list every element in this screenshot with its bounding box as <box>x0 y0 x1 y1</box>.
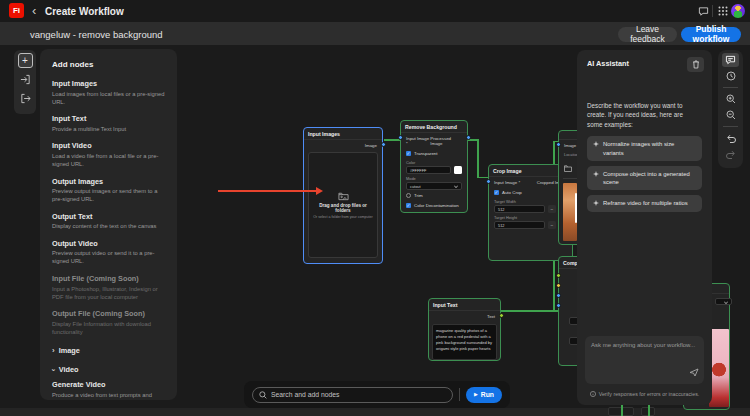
ai-assistant-title: AI Assistant <box>587 59 702 68</box>
chevron-down-icon <box>454 184 458 188</box>
connector-wire <box>477 139 479 178</box>
chevron-down-icon: › <box>50 368 56 371</box>
ai-chat-input[interactable] <box>585 336 704 384</box>
node-item-generate-video[interactable]: Generate Video Produce a video from text… <box>52 380 165 400</box>
node-item-input-video[interactable]: Input Video Load a video file from a loc… <box>52 141 165 168</box>
folder-icon <box>564 165 572 172</box>
publish-workflow-button[interactable]: Publish workflow <box>681 27 741 42</box>
file-dropzone[interactable]: Drag and drop files or folders Or select… <box>308 152 378 258</box>
send-icon[interactable] <box>689 365 699 380</box>
user-avatar[interactable] <box>731 4 745 18</box>
sparkle-icon <box>593 141 599 147</box>
transparent-checkbox[interactable]: ✓ Transparent <box>401 148 467 158</box>
prompt-textarea[interactable]: magazine quality photos of a phone on a … <box>432 324 497 360</box>
toolbar-divider <box>723 126 738 127</box>
back-chevron-icon[interactable]: ‹ <box>32 2 36 20</box>
plus-icon: + <box>22 55 28 66</box>
connector-wire <box>477 177 488 179</box>
input-port[interactable] <box>556 283 561 288</box>
ai-intro-text: Describe the workflow you want to create… <box>587 101 699 129</box>
node-item-output-file: Output File (Coming Soon) Display File I… <box>52 309 165 336</box>
canvas-toolbar <box>718 50 743 168</box>
node-item-input-text[interactable]: Input Text Provide a multiline Text Inpu… <box>52 114 165 133</box>
target-width-input[interactable]: 512 <box>494 205 545 213</box>
node-item-output-text[interactable]: Output Text Display content of the text … <box>52 212 165 231</box>
app-window: Fi ‹ Create Workflow vangeluw - remove b… <box>0 0 750 416</box>
folder-upload-icon <box>338 191 349 201</box>
bottom-bar: ▶ Run <box>244 381 510 408</box>
search-input[interactable] <box>271 391 446 398</box>
run-button[interactable]: ▶ Run <box>466 387 502 403</box>
search-icon <box>259 391 267 399</box>
section-image[interactable]: › Image <box>52 346 165 355</box>
node-item-input-file: Input File (Coming Soon) Input a Photosh… <box>52 274 165 301</box>
node-item-input-images[interactable]: Input Images Load images from local file… <box>52 79 165 106</box>
decrement-button[interactable]: − <box>548 221 556 229</box>
checkbox-checked-icon: ✓ <box>406 151 411 156</box>
color-input[interactable]: #FFFFFF <box>406 166 451 174</box>
top-app-bar: Fi ‹ Create Workflow <box>0 0 750 22</box>
suggestion-chip[interactable]: Reframe video for multiple ratios <box>587 195 702 211</box>
suggestion-chip[interactable]: Compose object into a generated scene <box>587 166 702 191</box>
ai-assistant-panel: AI Assistant Describe the workflow you w… <box>577 50 712 405</box>
workflow-name: vangeluw - remove background <box>30 29 163 40</box>
input-port[interactable] <box>556 293 561 298</box>
feedback-bubble-icon[interactable] <box>696 4 710 18</box>
leave-feedback-button[interactable]: Leave feedback <box>618 27 677 42</box>
chevron-down-icon <box>724 300 728 304</box>
input-port[interactable] <box>556 142 561 147</box>
input-port[interactable] <box>398 135 403 140</box>
output-port[interactable] <box>466 135 471 140</box>
add-nodes-title: Add nodes <box>52 60 165 69</box>
chevron-right-icon: › <box>52 347 55 353</box>
suggestion-chip[interactable]: Normalize images with size variants <box>587 136 702 161</box>
input-port[interactable] <box>556 303 561 308</box>
checkbox-checked-icon: ✓ <box>494 190 499 195</box>
trash-icon[interactable] <box>687 57 704 72</box>
dropdown[interactable] <box>715 298 732 305</box>
left-tool-rail: + <box>14 50 36 114</box>
ai-disclaimer: Verify responses for errors or inaccurac… <box>577 391 712 397</box>
undo-icon[interactable] <box>722 131 739 145</box>
radio-unchecked-icon <box>406 193 411 198</box>
node-item-output-images[interactable]: Output Images Preview output images or s… <box>52 177 165 204</box>
zoom-in-icon[interactable] <box>722 92 739 106</box>
color-swatch[interactable] <box>454 166 462 174</box>
node-input-images[interactable]: Input Images Image Drag and drop files o… <box>303 127 383 264</box>
target-height-input[interactable]: 512 <box>494 221 545 229</box>
output-port[interactable] <box>499 313 504 318</box>
import-icon[interactable] <box>18 72 33 87</box>
info-icon <box>590 391 596 397</box>
toolbar-divider <box>723 87 738 88</box>
node-search <box>252 387 453 403</box>
apps-grid-icon[interactable] <box>716 4 730 18</box>
output-port[interactable] <box>381 142 386 147</box>
play-icon: ▶ <box>474 392 478 397</box>
node-item-output-video[interactable]: Output Video Preview output video or sen… <box>52 239 165 266</box>
annotation-arrow <box>218 190 317 192</box>
topbar-divider <box>712 5 713 17</box>
decrement-button[interactable]: − <box>548 205 556 213</box>
sparkle-icon <box>593 200 599 206</box>
sparkle-icon <box>593 171 599 177</box>
node-remove-background[interactable]: Remove Background Input Image * Processe… <box>400 120 468 213</box>
bottombar-divider <box>459 388 460 401</box>
node-input-text[interactable]: Input Text Text magazine quality photos … <box>428 298 501 361</box>
trim-toggle[interactable]: Trim <box>401 190 467 200</box>
firefly-logo: Fi <box>9 3 24 18</box>
add-node-button[interactable]: + <box>18 53 33 68</box>
section-video[interactable]: › Video <box>52 365 165 374</box>
input-port[interactable] <box>556 273 561 278</box>
zoom-out-icon[interactable] <box>722 108 739 122</box>
redo-icon[interactable] <box>722 147 739 161</box>
export-icon[interactable] <box>18 91 33 106</box>
decontamination-checkbox[interactable]: ✓ Color Decontamination <box>401 200 467 210</box>
annotation-arrowhead <box>316 187 323 195</box>
result-image-preview <box>709 329 729 407</box>
input-port[interactable] <box>486 179 491 184</box>
page-title: Create Workflow <box>45 6 124 17</box>
ai-chat-icon[interactable] <box>722 53 739 67</box>
ai-input-box <box>585 336 704 384</box>
mode-select[interactable]: cutout <box>406 182 462 190</box>
history-icon[interactable] <box>722 69 739 83</box>
